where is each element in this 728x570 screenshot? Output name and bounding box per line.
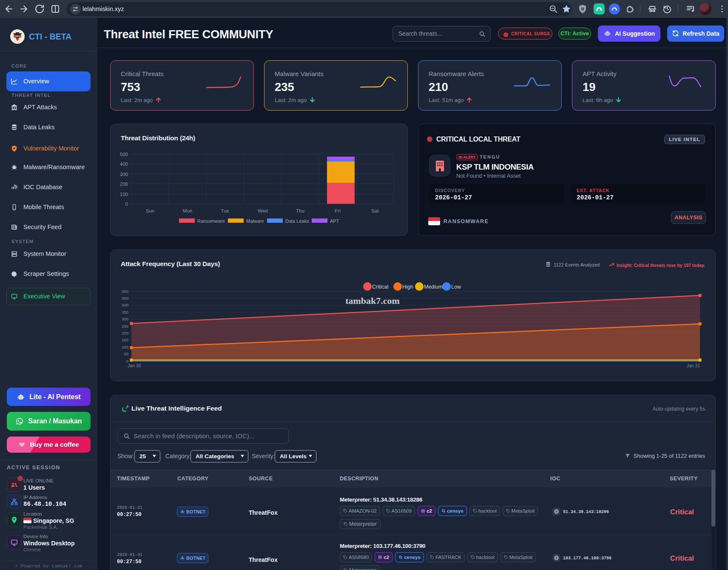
svg-text:100: 100 (122, 345, 128, 349)
svg-text:Mon: Mon (183, 208, 192, 213)
svg-text:350: 350 (122, 310, 128, 315)
svg-text:500: 500 (122, 289, 128, 294)
svg-text:Fri: Fri (335, 208, 340, 213)
svg-text:300: 300 (120, 172, 128, 177)
svg-text:tambak7.com: tambak7.com (345, 295, 400, 306)
svg-text:Low: Low (451, 284, 461, 290)
svg-text:200: 200 (122, 331, 128, 335)
svg-text:Medium: Medium (424, 284, 443, 290)
svg-text:Sat: Sat (371, 208, 379, 213)
svg-text:Thu: Thu (296, 208, 304, 213)
svg-text:400: 400 (122, 303, 128, 307)
svg-text:High: High (402, 284, 413, 290)
svg-text:TAMBAK: TAMBAK (13, 35, 22, 37)
svg-text:100: 100 (120, 192, 128, 197)
svg-text:500: 500 (120, 152, 128, 157)
svg-text:Critical: Critical (372, 284, 388, 290)
svg-text:Data Leaks: Data Leaks (285, 218, 309, 224)
svg-text:400: 400 (120, 162, 128, 167)
svg-text:Jan 30: Jan 30 (128, 363, 141, 368)
svg-text:Ransomware: Ransomware (197, 218, 225, 224)
svg-text:Wed: Wed (258, 208, 267, 213)
svg-text:0: 0 (126, 359, 128, 363)
svg-text:450: 450 (122, 296, 128, 301)
svg-text:150: 150 (122, 337, 128, 342)
svg-text:Malware: Malware (246, 218, 264, 224)
svg-text:Tue: Tue (221, 208, 229, 213)
svg-text:APT: APT (330, 218, 339, 224)
svg-text:Jan 31: Jan 31 (686, 363, 700, 368)
svg-text:200: 200 (120, 181, 128, 187)
svg-text:50: 50 (124, 352, 128, 356)
svg-text:250: 250 (122, 324, 128, 329)
svg-text:Sun: Sun (146, 208, 154, 213)
svg-text:300: 300 (122, 317, 128, 321)
svg-text:0: 0 (125, 201, 128, 207)
